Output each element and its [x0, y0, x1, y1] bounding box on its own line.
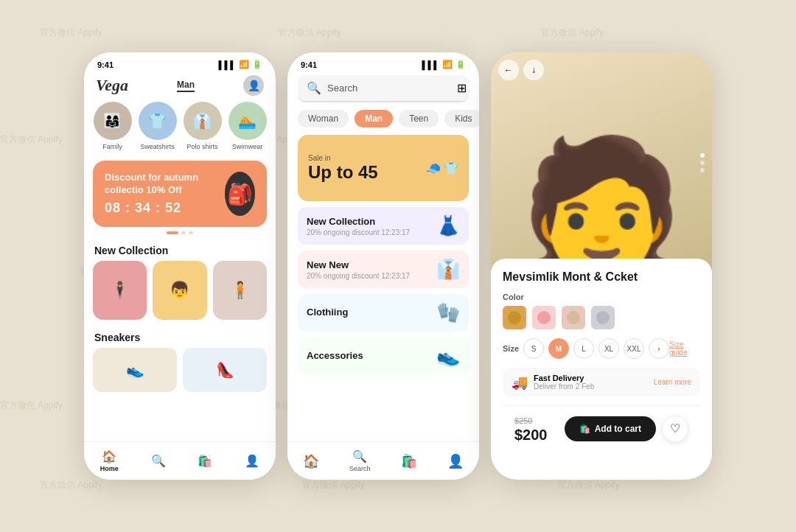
category-polo-circle: 👔 [184, 102, 222, 140]
list-item-clothing[interactable]: Clothiing 🧤 [298, 294, 469, 332]
collection-card-1[interactable]: 🕴️ [93, 261, 147, 320]
color-swatch-pink[interactable] [532, 306, 556, 329]
heart-icon: ♡ [670, 421, 680, 435]
dot-2 [700, 161, 705, 165]
size-s[interactable]: S [523, 338, 544, 359]
size-xxl[interactable]: XXL [624, 338, 644, 359]
user-avatar[interactable]: 👤 [243, 75, 264, 96]
filter-tabs: Woman Man Teen Kids [287, 110, 479, 135]
sneaker-card-2[interactable]: 👠 [183, 348, 267, 392]
signal-icon-2: ▌▌▌ [422, 60, 439, 69]
list-item-img-3: 🧤 [436, 301, 460, 324]
list-item-text-new-collection: New Collection 20% ongoing discount 12:2… [307, 216, 410, 237]
status-icons-1: ▌▌▌ 📶 🔋 [219, 60, 262, 69]
category-family-circle: 👨‍👩‍👧 [94, 102, 132, 140]
nav-cart[interactable]: 🛍️ [198, 454, 212, 468]
p2-nav-cart[interactable]: 🛍️ [401, 453, 417, 469]
svg-point-0 [508, 311, 521, 324]
filter-woman[interactable]: Woman [298, 110, 349, 127]
p2-nav-home[interactable]: 🏠 [303, 453, 319, 469]
list-item-img-2: 👔 [436, 258, 460, 281]
list-item-new-new[interactable]: New New 20% ongoing discount 12:23:17 👔 [298, 251, 469, 288]
app-logo: Vega [96, 76, 128, 95]
tab-man[interactable]: Man [177, 80, 195, 92]
color-swatch-beige[interactable] [562, 306, 585, 329]
categories-row: 👨‍👩‍👧 Family 👕 Sweatshirts 👔 Polo shirts… [84, 102, 276, 156]
list-item-title-2: New New [307, 259, 410, 270]
p1-header-tabs: Man [177, 80, 195, 92]
size-l[interactable]: L [573, 338, 594, 359]
sneaker-card-1[interactable]: 👟 [93, 348, 177, 392]
color-swatch-gray[interactable] [591, 306, 615, 329]
product-bottom-bar: $250 $200 🛍️ Add to cart ♡ [503, 405, 700, 451]
wishlist-button[interactable]: ♡ [662, 416, 688, 442]
category-sweatshirts-circle: 👕 [139, 102, 177, 140]
filter-kids[interactable]: Kids [444, 110, 479, 127]
promo-banner[interactable]: Discount for autumn collectio 10% Off 08… [93, 161, 267, 227]
size-xl[interactable]: XL [598, 338, 619, 359]
delivery-learn-more[interactable]: Learn more [654, 378, 691, 386]
size-more[interactable]: › [649, 338, 669, 359]
p2-nav-search[interactable]: 🔍 Search [349, 449, 371, 472]
nav-home[interactable]: 🏠 Home [100, 449, 119, 472]
p2-profile-icon: 👤 [447, 453, 464, 469]
cart-icon: 🛍️ [198, 454, 212, 468]
filter-icon[interactable]: ⊞ [457, 81, 467, 95]
filter-teen[interactable]: Teen [399, 110, 439, 127]
color-label: Color [503, 293, 700, 301]
svg-point-1 [537, 311, 551, 324]
dot-1 [700, 153, 705, 158]
new-collection-row: 🕴️ 👦 🧍 [84, 261, 276, 326]
banner-hat-icon: 🧢 [426, 161, 441, 175]
status-bar-1: 9:41 ▌▌▌ 📶 🔋 [84, 52, 276, 72]
action-buttons: 🛍️ Add to cart ♡ [565, 416, 688, 442]
filter-man[interactable]: Man [355, 110, 393, 127]
list-item-title-4: Accessories [307, 350, 363, 361]
size-guide-link[interactable]: Size guide [669, 340, 700, 357]
banner-text: Discount for autumn collectio 10% Off 08… [105, 172, 225, 217]
add-to-cart-button[interactable]: 🛍️ Add to cart [565, 416, 656, 441]
category-polo-shirts[interactable]: 👔 Polo shirts [184, 102, 222, 150]
product-model: 🧑 [519, 141, 685, 273]
collection-card-3[interactable]: 🧍 [213, 261, 267, 320]
phone-1-content: Vega Man 👤 👨‍👩‍👧 Family 👕 Sweatshirts 👔 … [84, 72, 276, 477]
size-m[interactable]: M [548, 338, 569, 359]
nav-home-label: Home [100, 465, 119, 472]
list-item-text-accessories: Accessories [307, 350, 363, 363]
list-item-new-collection[interactable]: New Collection 20% ongoing discount 12:2… [298, 207, 469, 245]
nav-search[interactable]: 🔍 [151, 454, 166, 468]
p2-promo-banner[interactable]: Sale in Up to 45 🧢 👕 [298, 135, 469, 201]
color-swatch-gold[interactable] [503, 306, 526, 329]
list-item-sub-2: 20% ongoing discount 12:23:17 [307, 272, 410, 280]
category-sweatshirts[interactable]: 👕 Sweatshirts [139, 102, 177, 150]
phone-3: 🧑 ← ↓ Mevsimlik Mont & Ccket Color [491, 52, 712, 480]
signal-icon: ▌▌▌ [219, 60, 236, 69]
delivery-sub: Deliver from 2 Feb [534, 382, 594, 391]
dot-3 [700, 168, 705, 172]
category-family[interactable]: 👨‍👩‍👧 Family [94, 102, 132, 150]
back-button[interactable]: ← [498, 60, 519, 80]
banner-shirt-icon: 👕 [444, 161, 458, 175]
category-family-label: Family [102, 143, 122, 150]
p2-nav-profile[interactable]: 👤 [447, 453, 464, 469]
list-item-text-new-new: New New 20% ongoing discount 12:23:17 [307, 259, 410, 280]
p2-home-icon: 🏠 [303, 453, 319, 469]
cart-icon-btn: 🛍️ [579, 424, 590, 434]
nav-profile[interactable]: 👤 [245, 454, 259, 468]
p2-cart-icon: 🛍️ [401, 453, 417, 469]
p2-banner-imgs: 🧢 👕 [426, 161, 458, 175]
time-1: 9:41 [97, 60, 114, 69]
download-button[interactable]: ↓ [523, 60, 544, 80]
list-item-title-1: New Collection [307, 216, 410, 227]
search-input[interactable] [327, 83, 451, 94]
list-item-img-1: 👗 [436, 214, 460, 237]
search-bar[interactable]: 🔍 ⊞ [298, 75, 469, 102]
category-swimwear[interactable]: 🏊 Swimwear [228, 102, 267, 150]
p1-header: Vega Man 👤 [84, 72, 276, 102]
list-item-accessories[interactable]: Accessories 👟 [298, 337, 469, 375]
svg-point-3 [596, 311, 610, 324]
collection-card-2[interactable]: 👦 [153, 261, 206, 320]
search-bar-icon: 🔍 [307, 81, 321, 95]
p2-search-label: Search [349, 465, 371, 472]
sneakers-heading: Sneakers [84, 326, 276, 348]
